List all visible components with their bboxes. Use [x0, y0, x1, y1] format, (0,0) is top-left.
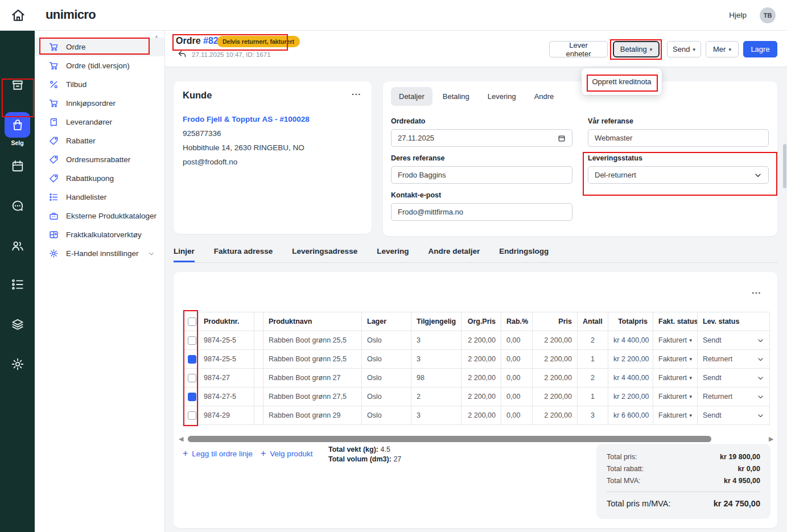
order-date-input[interactable]: 27.11.2025: [391, 129, 572, 147]
line-tab-leveringsadresse[interactable]: Leveringsadresse: [292, 247, 357, 262]
choose-product-link[interactable]: + Velg produkt: [261, 448, 312, 459]
row-checkbox[interactable]: [188, 411, 196, 420]
fakt-status-cell[interactable]: Fakturert▾: [653, 350, 698, 369]
add-order-line-link[interactable]: + Legg til ordre linje: [183, 448, 253, 459]
produktnr-cell[interactable]: 9874-29: [199, 406, 254, 425]
tab-andre[interactable]: Andre: [526, 87, 562, 106]
produktnavn-cell[interactable]: Rabben Boot grønn 29: [263, 406, 362, 425]
pris-cell[interactable]: 2 200,00: [533, 406, 578, 425]
produktnr-cell[interactable]: 9874-27: [199, 369, 254, 387]
chat-icon[interactable]: [0, 195, 35, 217]
row-select-cell[interactable]: [183, 350, 199, 369]
their-reference-input[interactable]: Frodo Baggins: [391, 166, 572, 184]
line-tab-endringslogg[interactable]: Endringslogg: [499, 247, 549, 262]
lev-status-cell[interactable]: Sendt: [698, 331, 770, 350]
settings-gear-icon[interactable]: [0, 353, 35, 376]
fakt-status-cell[interactable]: Fakturert▾: [653, 369, 698, 387]
line-tab-linjer[interactable]: Linjer: [174, 247, 195, 262]
contact-email-input[interactable]: Frodo@mittfirma.no: [391, 203, 572, 221]
pris-cell[interactable]: 2 200,00: [533, 387, 578, 406]
date-picker-icon[interactable]: [558, 134, 566, 142]
send-button[interactable]: Send▾: [667, 41, 701, 57]
sidebar-item-leverandorer[interactable]: Leverandører: [35, 113, 164, 131]
create-credit-note-menu-item[interactable]: Opprett kreditnota: [592, 77, 651, 86]
tab-detaljer[interactable]: Detaljer: [391, 87, 432, 106]
delivery-status-select[interactable]: Del-returnert: [588, 166, 769, 184]
lev-status-cell[interactable]: Returnert: [698, 387, 770, 406]
select-all-header[interactable]: [183, 312, 199, 331]
rabatt-cell[interactable]: 0,00: [501, 387, 533, 406]
tab-betaling[interactable]: Betaling: [435, 87, 477, 106]
orgpris-cell[interactable]: 2 200,00: [462, 369, 501, 387]
layers-icon[interactable]: [0, 313, 35, 336]
help-link[interactable]: Hjelp: [729, 11, 747, 19]
sidebar-item-eksterne-produktkataloger[interactable]: Eksterne Produktkataloger: [35, 207, 164, 225]
produktnavn-cell[interactable]: Rabben Boot grønn 27,5: [263, 387, 362, 406]
sidebar-item-ordre-tidl-versjon[interactable]: Ordre (tidl.versjon): [35, 56, 164, 75]
calendar-icon[interactable]: [0, 155, 35, 178]
sidebar-item-tilbud[interactable]: Tilbud: [35, 75, 164, 94]
produktnr-cell[interactable]: 9874-25-5: [199, 350, 254, 369]
produktnavn-cell[interactable]: Rabben Boot grønn 25,5: [263, 331, 362, 350]
tab-levering[interactable]: Levering: [480, 87, 524, 106]
lager-cell[interactable]: Oslo: [362, 406, 411, 425]
sidebar-item-handlelister[interactable]: Handlelister: [35, 188, 164, 207]
antall-cell[interactable]: 3: [578, 406, 608, 425]
lager-cell[interactable]: Oslo: [362, 331, 411, 350]
selg-rail-button[interactable]: [5, 112, 30, 138]
payment-button[interactable]: Betaling▾: [613, 41, 660, 57]
deliver-units-button[interactable]: Lever enheter: [549, 41, 608, 57]
row-select-cell[interactable]: [183, 406, 199, 425]
sidebar-item-rabatter[interactable]: Rabatter: [35, 131, 164, 150]
produktnr-cell[interactable]: 9874-27-5: [199, 387, 254, 406]
lager-cell[interactable]: Oslo: [362, 387, 411, 406]
rabatt-cell[interactable]: 0,00: [501, 331, 533, 350]
antall-cell[interactable]: 2: [578, 331, 608, 350]
rabatt-cell[interactable]: 0,00: [501, 350, 533, 369]
sidebar-item-ordresumsrabatter[interactable]: Ordresumsrabatter: [35, 150, 164, 169]
orgpris-cell[interactable]: 2 200,00: [462, 331, 501, 350]
orgpris-cell[interactable]: 2 200,00: [462, 350, 501, 369]
sidebar-item-rabattkupong[interactable]: Rabattkupong: [35, 169, 164, 188]
select-all-checkbox[interactable]: [188, 317, 196, 326]
lev-status-cell[interactable]: Sendt: [698, 369, 770, 387]
pris-cell[interactable]: 2 200,00: [533, 331, 578, 350]
pris-cell[interactable]: 2 200,00: [533, 350, 578, 369]
customers-icon[interactable]: [0, 234, 35, 257]
row-select-cell[interactable]: [183, 387, 199, 406]
rabatt-cell[interactable]: 0,00: [501, 406, 533, 425]
fakt-status-cell[interactable]: Fakturert▾: [653, 406, 698, 425]
lines-more-icon[interactable]: ...: [752, 286, 761, 295]
row-checkbox[interactable]: [188, 355, 196, 364]
horizontal-scrollbar[interactable]: [188, 436, 711, 442]
fakt-status-cell[interactable]: Fakturert▾: [653, 331, 698, 350]
lev-status-cell[interactable]: Returnert: [698, 350, 770, 369]
antall-cell[interactable]: 2: [578, 369, 608, 387]
sidebar-item-ordre[interactable]: Ordre: [35, 38, 164, 56]
orgpris-cell[interactable]: 2 200,00: [462, 406, 501, 425]
row-checkbox[interactable]: [188, 374, 196, 382]
row-checkbox[interactable]: [188, 393, 196, 401]
lev-status-cell[interactable]: Sendt: [698, 406, 770, 425]
pris-cell[interactable]: 2 200,00: [533, 369, 578, 387]
our-reference-input[interactable]: Webmaster: [588, 129, 769, 147]
more-button[interactable]: Mer▾: [706, 41, 739, 57]
lager-cell[interactable]: Oslo: [362, 350, 411, 369]
rabatt-cell[interactable]: 0,00: [501, 369, 533, 387]
fakt-status-cell[interactable]: Fakturert▾: [653, 387, 698, 406]
back-arrow-icon[interactable]: [178, 50, 187, 59]
antall-cell[interactable]: 1: [578, 387, 608, 406]
row-checkbox[interactable]: [188, 336, 196, 345]
home-icon[interactable]: [10, 7, 26, 23]
sidebar-item-innkjopsordrer[interactable]: Innkjøpsordrer: [35, 94, 164, 113]
orgpris-cell[interactable]: 2 200,00: [462, 387, 501, 406]
sidebar-item-e-handel-innstillinger[interactable]: E-Handel innstillinger: [35, 244, 164, 263]
produktnavn-cell[interactable]: Rabben Boot grønn 27: [263, 369, 362, 387]
row-select-cell[interactable]: [183, 369, 199, 387]
line-tab-andre-detaljer[interactable]: Andre detaljer: [428, 247, 480, 262]
customer-name-link[interactable]: Frodo Fjell & Topptur AS - #100028: [183, 115, 310, 123]
save-button[interactable]: Lagre: [743, 41, 777, 57]
lager-cell[interactable]: Oslo: [362, 369, 411, 387]
scroll-right-icon[interactable]: ▶: [769, 435, 773, 443]
scroll-left-icon[interactable]: ◀: [179, 435, 183, 443]
